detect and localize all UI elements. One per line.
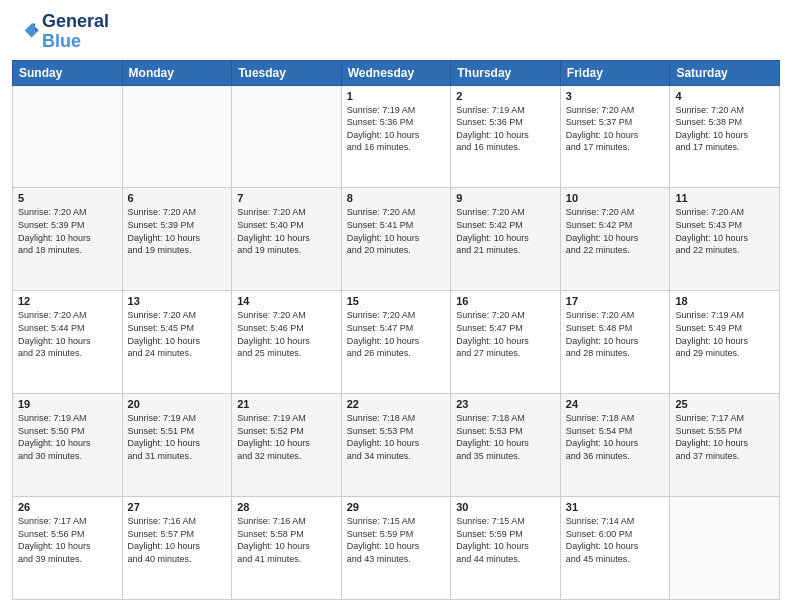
day-number: 20: [128, 398, 227, 410]
day-info: Sunrise: 7:19 AM Sunset: 5:51 PM Dayligh…: [128, 412, 227, 462]
day-info: Sunrise: 7:19 AM Sunset: 5:50 PM Dayligh…: [18, 412, 117, 462]
day-info: Sunrise: 7:20 AM Sunset: 5:44 PM Dayligh…: [18, 309, 117, 359]
day-info: Sunrise: 7:20 AM Sunset: 5:39 PM Dayligh…: [128, 206, 227, 256]
calendar-cell: 5Sunrise: 7:20 AM Sunset: 5:39 PM Daylig…: [13, 188, 123, 291]
calendar-cell: 14Sunrise: 7:20 AM Sunset: 5:46 PM Dayli…: [232, 291, 342, 394]
day-number: 24: [566, 398, 665, 410]
calendar-week-row: 26Sunrise: 7:17 AM Sunset: 5:56 PM Dayli…: [13, 497, 780, 600]
calendar-cell: 19Sunrise: 7:19 AM Sunset: 5:50 PM Dayli…: [13, 394, 123, 497]
day-info: Sunrise: 7:18 AM Sunset: 5:54 PM Dayligh…: [566, 412, 665, 462]
calendar-cell: 6Sunrise: 7:20 AM Sunset: 5:39 PM Daylig…: [122, 188, 232, 291]
day-number: 11: [675, 192, 774, 204]
day-number: 21: [237, 398, 336, 410]
day-info: Sunrise: 7:15 AM Sunset: 5:59 PM Dayligh…: [456, 515, 555, 565]
day-number: 10: [566, 192, 665, 204]
day-number: 16: [456, 295, 555, 307]
day-of-week-header: Wednesday: [341, 60, 451, 85]
calendar-cell: 25Sunrise: 7:17 AM Sunset: 5:55 PM Dayli…: [670, 394, 780, 497]
page: General Blue SundayMondayTuesdayWednesda…: [0, 0, 792, 612]
day-info: Sunrise: 7:20 AM Sunset: 5:47 PM Dayligh…: [456, 309, 555, 359]
calendar-cell: 7Sunrise: 7:20 AM Sunset: 5:40 PM Daylig…: [232, 188, 342, 291]
calendar-cell: [122, 85, 232, 188]
calendar-week-row: 19Sunrise: 7:19 AM Sunset: 5:50 PM Dayli…: [13, 394, 780, 497]
header: General Blue: [12, 12, 780, 52]
calendar-cell: 11Sunrise: 7:20 AM Sunset: 5:43 PM Dayli…: [670, 188, 780, 291]
day-info: Sunrise: 7:17 AM Sunset: 5:56 PM Dayligh…: [18, 515, 117, 565]
day-info: Sunrise: 7:18 AM Sunset: 5:53 PM Dayligh…: [347, 412, 446, 462]
day-info: Sunrise: 7:20 AM Sunset: 5:47 PM Dayligh…: [347, 309, 446, 359]
day-number: 19: [18, 398, 117, 410]
calendar-cell: 9Sunrise: 7:20 AM Sunset: 5:42 PM Daylig…: [451, 188, 561, 291]
calendar-cell: 1Sunrise: 7:19 AM Sunset: 5:36 PM Daylig…: [341, 85, 451, 188]
day-info: Sunrise: 7:20 AM Sunset: 5:41 PM Dayligh…: [347, 206, 446, 256]
day-number: 8: [347, 192, 446, 204]
calendar: SundayMondayTuesdayWednesdayThursdayFrid…: [12, 60, 780, 600]
day-number: 3: [566, 90, 665, 102]
calendar-cell: 29Sunrise: 7:15 AM Sunset: 5:59 PM Dayli…: [341, 497, 451, 600]
calendar-cell: 3Sunrise: 7:20 AM Sunset: 5:37 PM Daylig…: [560, 85, 670, 188]
calendar-cell: 12Sunrise: 7:20 AM Sunset: 5:44 PM Dayli…: [13, 291, 123, 394]
day-number: 4: [675, 90, 774, 102]
day-number: 30: [456, 501, 555, 513]
logo: General Blue: [12, 12, 109, 52]
calendar-week-row: 5Sunrise: 7:20 AM Sunset: 5:39 PM Daylig…: [13, 188, 780, 291]
day-info: Sunrise: 7:20 AM Sunset: 5:48 PM Dayligh…: [566, 309, 665, 359]
calendar-cell: 16Sunrise: 7:20 AM Sunset: 5:47 PM Dayli…: [451, 291, 561, 394]
day-info: Sunrise: 7:20 AM Sunset: 5:38 PM Dayligh…: [675, 104, 774, 154]
calendar-cell: 2Sunrise: 7:19 AM Sunset: 5:36 PM Daylig…: [451, 85, 561, 188]
calendar-cell: 8Sunrise: 7:20 AM Sunset: 5:41 PM Daylig…: [341, 188, 451, 291]
day-info: Sunrise: 7:19 AM Sunset: 5:36 PM Dayligh…: [456, 104, 555, 154]
day-number: 9: [456, 192, 555, 204]
day-number: 23: [456, 398, 555, 410]
logo-icon: [12, 18, 40, 46]
day-number: 22: [347, 398, 446, 410]
day-info: Sunrise: 7:14 AM Sunset: 6:00 PM Dayligh…: [566, 515, 665, 565]
day-info: Sunrise: 7:19 AM Sunset: 5:52 PM Dayligh…: [237, 412, 336, 462]
calendar-cell: [670, 497, 780, 600]
day-of-week-header: Monday: [122, 60, 232, 85]
day-info: Sunrise: 7:20 AM Sunset: 5:40 PM Dayligh…: [237, 206, 336, 256]
day-info: Sunrise: 7:20 AM Sunset: 5:43 PM Dayligh…: [675, 206, 774, 256]
calendar-header-row: SundayMondayTuesdayWednesdayThursdayFrid…: [13, 60, 780, 85]
calendar-week-row: 12Sunrise: 7:20 AM Sunset: 5:44 PM Dayli…: [13, 291, 780, 394]
day-of-week-header: Thursday: [451, 60, 561, 85]
day-number: 28: [237, 501, 336, 513]
calendar-cell: 27Sunrise: 7:16 AM Sunset: 5:57 PM Dayli…: [122, 497, 232, 600]
calendar-cell: 4Sunrise: 7:20 AM Sunset: 5:38 PM Daylig…: [670, 85, 780, 188]
day-number: 31: [566, 501, 665, 513]
day-of-week-header: Friday: [560, 60, 670, 85]
calendar-cell: 20Sunrise: 7:19 AM Sunset: 5:51 PM Dayli…: [122, 394, 232, 497]
day-of-week-header: Sunday: [13, 60, 123, 85]
calendar-cell: 22Sunrise: 7:18 AM Sunset: 5:53 PM Dayli…: [341, 394, 451, 497]
day-info: Sunrise: 7:20 AM Sunset: 5:39 PM Dayligh…: [18, 206, 117, 256]
day-number: 6: [128, 192, 227, 204]
day-number: 2: [456, 90, 555, 102]
day-info: Sunrise: 7:20 AM Sunset: 5:42 PM Dayligh…: [566, 206, 665, 256]
calendar-cell: 15Sunrise: 7:20 AM Sunset: 5:47 PM Dayli…: [341, 291, 451, 394]
day-number: 7: [237, 192, 336, 204]
day-number: 26: [18, 501, 117, 513]
calendar-cell: 10Sunrise: 7:20 AM Sunset: 5:42 PM Dayli…: [560, 188, 670, 291]
calendar-cell: 24Sunrise: 7:18 AM Sunset: 5:54 PM Dayli…: [560, 394, 670, 497]
day-info: Sunrise: 7:19 AM Sunset: 5:49 PM Dayligh…: [675, 309, 774, 359]
calendar-cell: 13Sunrise: 7:20 AM Sunset: 5:45 PM Dayli…: [122, 291, 232, 394]
day-number: 15: [347, 295, 446, 307]
day-info: Sunrise: 7:17 AM Sunset: 5:55 PM Dayligh…: [675, 412, 774, 462]
day-number: 14: [237, 295, 336, 307]
day-info: Sunrise: 7:20 AM Sunset: 5:37 PM Dayligh…: [566, 104, 665, 154]
day-info: Sunrise: 7:20 AM Sunset: 5:45 PM Dayligh…: [128, 309, 227, 359]
calendar-cell: 26Sunrise: 7:17 AM Sunset: 5:56 PM Dayli…: [13, 497, 123, 600]
calendar-cell: [232, 85, 342, 188]
calendar-cell: [13, 85, 123, 188]
day-of-week-header: Tuesday: [232, 60, 342, 85]
day-number: 13: [128, 295, 227, 307]
calendar-cell: 17Sunrise: 7:20 AM Sunset: 5:48 PM Dayli…: [560, 291, 670, 394]
calendar-week-row: 1Sunrise: 7:19 AM Sunset: 5:36 PM Daylig…: [13, 85, 780, 188]
day-info: Sunrise: 7:19 AM Sunset: 5:36 PM Dayligh…: [347, 104, 446, 154]
day-number: 29: [347, 501, 446, 513]
day-info: Sunrise: 7:20 AM Sunset: 5:42 PM Dayligh…: [456, 206, 555, 256]
day-info: Sunrise: 7:20 AM Sunset: 5:46 PM Dayligh…: [237, 309, 336, 359]
calendar-cell: 28Sunrise: 7:16 AM Sunset: 5:58 PM Dayli…: [232, 497, 342, 600]
day-of-week-header: Saturday: [670, 60, 780, 85]
day-number: 12: [18, 295, 117, 307]
